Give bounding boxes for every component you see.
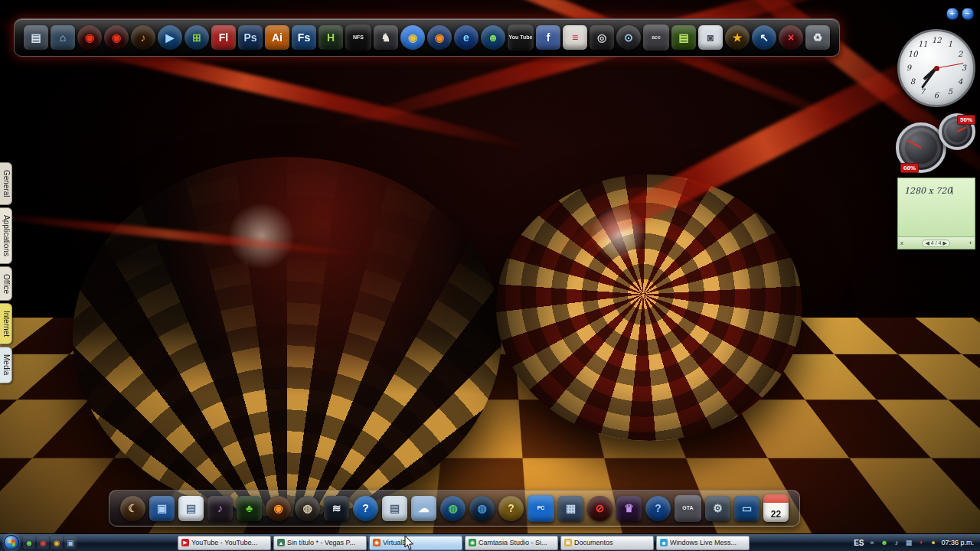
sidebar-tab-general[interactable]: General	[0, 162, 12, 205]
computer-icon[interactable]: ⌂	[51, 25, 75, 50]
red-deck-1-icon[interactable]: ◉	[77, 25, 102, 50]
windows-icon[interactable]: ⊞	[185, 25, 209, 50]
task-virtualdj[interactable]: ◉ VirtualDJ	[369, 536, 462, 550]
dock-zoom-in-button[interactable]: +	[946, 8, 959, 20]
cursor-tool-icon[interactable]: ↖	[752, 25, 776, 50]
gears-icon[interactable]: ⚙	[705, 496, 730, 521]
task-camtasia[interactable]: ◉ Camtasia Studio - Si...	[465, 536, 558, 550]
recycle-bin-icon[interactable]: ♻	[805, 25, 830, 50]
red-deck-2-icon[interactable]: ◉	[104, 25, 129, 50]
glass-sphere-left	[73, 157, 501, 517]
clock-numeral: 3	[959, 64, 969, 73]
note-prev-button[interactable]: ◀	[925, 240, 929, 246]
mage-icon[interactable]: ♛	[616, 496, 642, 521]
note-page-indicator: 4 / 4	[931, 240, 942, 246]
earth-icon[interactable]: ◍	[469, 496, 495, 521]
taskbar: ☻◉◉▣ ▶ YouTube - YouTube... ▲ Sin título…	[0, 533, 980, 551]
task-button-icon: ▲	[277, 539, 285, 546]
film-reel-icon[interactable]: ◍	[295, 496, 320, 521]
webcam-icon[interactable]: ◎	[590, 25, 614, 50]
ace-icon[interactable]: ace	[643, 24, 669, 51]
fl-studio-icon[interactable]: ♪	[131, 25, 155, 50]
ram-gauge: 50%	[939, 113, 975, 150]
nfs-icon[interactable]: NFS	[345, 24, 371, 51]
media-orange-icon[interactable]: ◉	[266, 496, 291, 521]
note-next-button[interactable]: ▶	[942, 240, 946, 246]
wallpaper	[0, 0, 980, 551]
start-button[interactable]	[4, 535, 19, 550]
banner-icon[interactable]: ≡	[563, 25, 587, 50]
fs-icon[interactable]: Fs	[292, 25, 316, 50]
help-blue-icon[interactable]: ?	[353, 496, 378, 521]
task-vegas[interactable]: ▲ Sin título * - Vegas P...	[273, 536, 367, 550]
presentation-icon[interactable]: ▤	[24, 25, 48, 50]
help-gold-icon[interactable]: ?	[498, 496, 524, 521]
ql-messenger-icon[interactable]: ☻	[23, 536, 35, 549]
tray-security-icon[interactable]: +	[916, 538, 926, 548]
moon-orb-icon[interactable]: ☾	[120, 496, 145, 521]
clock-numeral: 8	[908, 77, 917, 86]
chess-icon[interactable]: ♞	[374, 25, 398, 50]
camtasia-icon[interactable]: ⊙	[616, 25, 641, 50]
help-blue-2-icon[interactable]: ?	[645, 496, 671, 521]
documents-icon[interactable]: ▤	[178, 496, 204, 521]
note-text[interactable]: 980 x 551	[898, 178, 952, 196]
cpu-gauge-needle	[907, 140, 922, 148]
illustrator-icon[interactable]: Ai	[265, 25, 289, 50]
messenger-icon[interactable]: ☻	[481, 25, 505, 50]
note-add-button[interactable]: +	[966, 240, 975, 246]
media-player-blue-icon[interactable]: ▶	[158, 25, 182, 50]
taskbar-clock[interactable]: 07:36 p.m.	[941, 539, 974, 546]
note-close-button[interactable]: x	[898, 240, 906, 246]
task-button-icon: ◉	[373, 539, 381, 546]
grid-icon[interactable]: ▦	[558, 496, 583, 521]
photoshop-icon[interactable]: Ps	[238, 25, 263, 50]
tray-volume-icon[interactable]: ♪	[891, 538, 901, 548]
tray-chevron-icon[interactable]: «	[867, 538, 877, 548]
display-icon[interactable]: ▭	[734, 496, 760, 521]
internet-explorer-icon[interactable]: e	[454, 25, 479, 50]
tray-network-icon[interactable]: ▦	[903, 538, 913, 548]
task-messenger[interactable]: ☻ Windows Live Mess...	[656, 536, 750, 550]
sidebar-tab-internet[interactable]: Internet	[0, 303, 12, 344]
chrome-icon[interactable]: ◉	[400, 25, 425, 50]
clock-widget[interactable]: 121234567891011	[897, 29, 975, 107]
task-button-icon: ◉	[469, 539, 476, 546]
claw-icon[interactable]: ♣	[237, 496, 262, 521]
sidebar-tab-media[interactable]: Media	[0, 347, 12, 383]
gta-icon[interactable]: GTA	[675, 495, 701, 522]
tweak-icon[interactable]: ★	[725, 25, 750, 50]
ram-gauge-value: 50%	[957, 115, 975, 125]
calendar-icon[interactable]: 22	[763, 494, 789, 522]
ql-browser-icon[interactable]: ◉	[51, 536, 63, 549]
halo-icon[interactable]: H	[318, 25, 343, 50]
waveform-icon[interactable]: ≋	[324, 496, 349, 521]
ql-folder-icon[interactable]: ▣	[64, 536, 77, 549]
notepad-icon[interactable]: ▤	[382, 496, 407, 521]
facebook-icon[interactable]: f	[536, 25, 560, 50]
blocker-icon[interactable]: ×	[779, 25, 803, 50]
sidebar-tab-office[interactable]: Office	[0, 266, 12, 302]
snapshot-icon[interactable]: ◙	[698, 25, 723, 50]
task-youtube[interactable]: ▶ YouTube - YouTube...	[178, 536, 271, 550]
sticky-note-widget[interactable]: 980 x 551 x ◀ 4 / 4 ▶ +	[897, 178, 975, 249]
folder-icon[interactable]: ▣	[149, 496, 175, 521]
pc-icon[interactable]: PC	[528, 495, 554, 522]
green-notes-icon[interactable]: ▤	[671, 25, 696, 50]
sidebar-tab-applications[interactable]: Applications	[0, 207, 12, 264]
task-documentos[interactable]: ▣ Documentos	[560, 536, 654, 550]
language-indicator[interactable]: ES	[854, 539, 864, 547]
flash-icon[interactable]: Fl	[211, 25, 236, 50]
ql-player-icon[interactable]: ◉	[37, 536, 49, 549]
clock-numeral: 12	[932, 36, 941, 45]
tray-messenger-icon[interactable]: ☻	[879, 538, 889, 548]
tray-update-icon[interactable]: ●	[928, 538, 938, 548]
meter-widget[interactable]: 08% 50%	[894, 113, 980, 176]
firefox-icon[interactable]: ◉	[427, 25, 452, 50]
globe-icon[interactable]: ◍	[440, 496, 466, 521]
dancer-icon[interactable]: ♪	[207, 496, 233, 521]
no-entry-icon[interactable]: ⊘	[587, 496, 612, 521]
chat-bubble-icon[interactable]: ☁	[411, 496, 436, 521]
youtube-icon[interactable]: You Tube	[508, 24, 534, 51]
dock-zoom-out-button[interactable]: −	[962, 8, 974, 20]
